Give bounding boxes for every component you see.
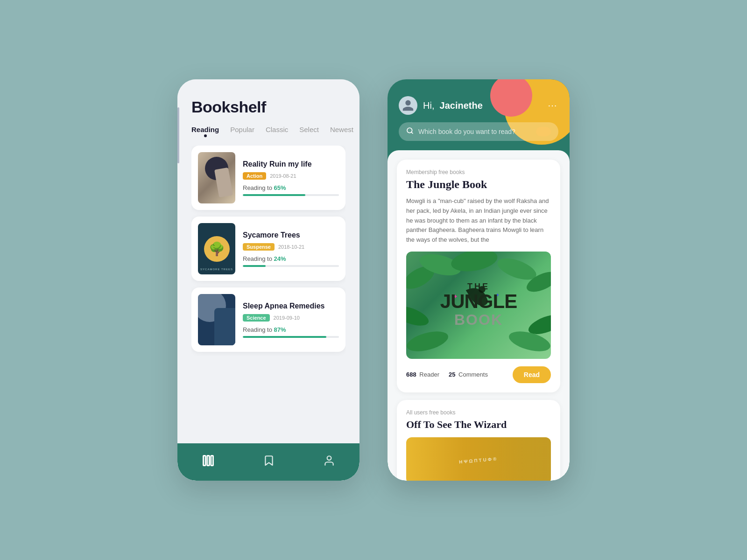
jungle-jungle: JUNGLE — [440, 292, 517, 311]
book-card-1[interactable]: Reality Ruin my life Action 2019-08-21 R… — [191, 146, 345, 210]
book-meta-1: Action 2019-08-21 — [243, 172, 339, 180]
wizard-cover-text: ΗΨΩΠΤUΦ® — [459, 456, 498, 465]
greeting-text: Hi, Jacinethe — [423, 100, 483, 111]
book-info-2: Sycamore Trees Suspense 2018-10-21 Readi… — [243, 231, 339, 267]
greeting-name: Jacinethe — [440, 100, 483, 111]
progress-label-1: Reading to 65% — [243, 184, 339, 191]
card-footer: 688 Reader 25 Comments Read — [406, 366, 551, 383]
book-cover-2: 🌳 SYCAMORE TREES — [198, 223, 235, 274]
menu-dots-icon[interactable]: ⋯ — [548, 100, 558, 111]
readers-count: 688 — [406, 371, 416, 378]
tab-classic[interactable]: Classic — [266, 126, 288, 136]
jungle-book: BOOK — [440, 311, 517, 329]
tab-select[interactable]: Select — [299, 126, 319, 136]
book-info-1: Reality Ruin my life Action 2019-08-21 R… — [243, 160, 339, 196]
cover-2-moon: 🌳 — [204, 236, 230, 262]
right-phone: Hi, Jacinethe ⋯ Which book do you want t… — [388, 79, 570, 481]
svg-point-11 — [406, 302, 431, 329]
book-cover-1 — [198, 152, 235, 203]
right-scroll: Membership free books The Jungle Book Mo… — [388, 150, 570, 481]
progress-bar-fill-2 — [243, 265, 266, 267]
progress-bar-bg-2 — [243, 265, 339, 267]
jungle-cover-text: THE JUNGLE BOOK — [440, 282, 517, 329]
jungle-book-cover: ✦ ✦ ● ● THE JUNGLE BOOK — [406, 252, 551, 359]
wizard-book-title: Off To See The Wizard — [406, 419, 551, 431]
nav-profile-icon[interactable] — [323, 455, 335, 469]
sidebar-line — [177, 107, 179, 163]
genre-badge-1: Action — [243, 172, 266, 180]
card-stats: 688 Reader 25 Comments — [406, 371, 488, 378]
book-title-2: Sycamore Trees — [243, 231, 339, 239]
bottom-nav — [177, 443, 359, 481]
tab-newest[interactable]: Newest — [330, 126, 353, 136]
svg-point-3 — [327, 456, 331, 460]
genre-badge-3: Science — [243, 314, 270, 322]
right-content: Membership free books The Jungle Book Mo… — [388, 150, 570, 481]
right-header: Hi, Jacinethe ⋯ Which book do you want t… — [388, 79, 570, 148]
book-card-2[interactable]: 🌳 SYCAMORE TREES Sycamore Trees Suspense… — [191, 217, 345, 281]
books-list: Reality Ruin my life Action 2019-08-21 R… — [191, 146, 345, 443]
search-icon — [406, 127, 414, 136]
nav-library-icon[interactable] — [202, 454, 215, 470]
book-title-3: Sleep Apnea Remedies — [243, 302, 339, 310]
book-card-3[interactable]: Sleep Apnea Remedies Science 2019-09-10 … — [191, 287, 345, 352]
comments-stat: 25 Comments — [449, 371, 488, 378]
genre-badge-2: Suspense — [243, 243, 275, 251]
comments-count: 25 — [449, 371, 455, 378]
progress-label-3: Reading to 87% — [243, 326, 339, 333]
svg-rect-2 — [211, 456, 213, 466]
wizard-cover-stripe — [493, 437, 551, 481]
search-placeholder-text: Which book do you want to read? — [418, 128, 531, 135]
progress-pct-2: 24% — [274, 255, 286, 262]
nav-bookmark-icon[interactable] — [263, 455, 275, 469]
book-meta-2: Suspense 2018-10-21 — [243, 243, 339, 251]
search-bar[interactable]: Which book do you want to read? — [399, 122, 558, 141]
greeting-hi: Hi, — [423, 100, 434, 111]
readers-stat: 688 Reader — [406, 371, 439, 378]
progress-label-2: Reading to 24% — [243, 255, 339, 262]
book-title-1: Reality Ruin my life — [243, 160, 339, 168]
book-cover-3 — [198, 294, 235, 345]
membership-label: Membership free books — [406, 169, 551, 175]
read-button[interactable]: Read — [513, 366, 551, 383]
book-date-3: 2019-09-10 — [274, 315, 300, 321]
svg-line-5 — [411, 132, 413, 133]
bookshelf-title: Bookshelf — [191, 98, 345, 116]
progress-bar-bg-1 — [243, 194, 339, 196]
second-book-card: All users free books Off To See The Wiza… — [397, 400, 560, 481]
progress-pct-1: 65% — [274, 184, 286, 191]
comments-label: Comments — [458, 371, 488, 378]
tab-reading[interactable]: Reading — [191, 126, 219, 136]
progress-pct-3: 87% — [274, 326, 286, 333]
svg-point-13 — [406, 328, 450, 355]
wizard-book-cover: ΗΨΩΠΤUΦ® — [406, 437, 551, 481]
avatar — [399, 96, 417, 115]
tabs-nav: Reading Popular Classic Select Newest — [191, 126, 345, 136]
book-meta-3: Science 2019-09-10 — [243, 314, 339, 322]
featured-book-title: The Jungle Book — [406, 178, 551, 191]
cover-2-label: SYCAMORE TREES — [198, 268, 235, 271]
featured-book-description: Mowgli is a "man-cub" raised by the wolf… — [406, 196, 551, 245]
book-date-2: 2018-10-21 — [278, 244, 304, 250]
svg-rect-0 — [203, 456, 205, 466]
progress-bar-fill-3 — [243, 336, 326, 338]
svg-rect-1 — [207, 456, 209, 466]
tab-popular[interactable]: Popular — [230, 126, 254, 136]
user-greeting: Hi, Jacinethe — [399, 96, 483, 115]
progress-bar-bg-3 — [243, 336, 339, 338]
header-top: Hi, Jacinethe ⋯ — [399, 96, 558, 115]
readers-label: Reader — [419, 371, 439, 378]
left-phone: Bookshelf Reading Popular Classic Select… — [177, 79, 359, 481]
progress-bar-fill-1 — [243, 194, 305, 196]
book-date-1: 2019-08-21 — [270, 173, 296, 179]
all-users-label: All users free books — [406, 409, 551, 416]
tree-icon: 🌳 — [209, 241, 225, 257]
featured-book-card: Membership free books The Jungle Book Mo… — [397, 160, 560, 392]
book-info-3: Sleep Apnea Remedies Science 2019-09-10 … — [243, 302, 339, 338]
voice-search-button[interactable] — [536, 127, 551, 136]
